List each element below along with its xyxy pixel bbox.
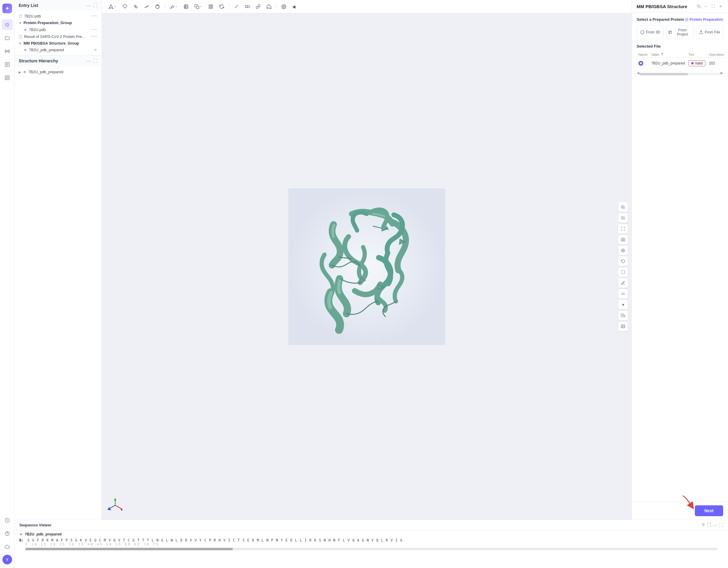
zoom-out-btn[interactable]	[618, 213, 628, 223]
from-file-icon	[699, 30, 703, 34]
toolbar-rotate[interactable]	[153, 3, 162, 10]
svg-line-54	[624, 208, 625, 209]
win-copy[interactable]	[696, 4, 701, 9]
seq-maximize-btn[interactable]: ⛶	[719, 522, 723, 528]
nav-icon-molecule[interactable]	[2, 46, 13, 57]
entry-item-result[interactable]: Result of SARS-CoV-2 Protein Pre... 〜〜	[14, 33, 102, 40]
svg-rect-70	[622, 315, 625, 317]
nav-icon-list[interactable]	[2, 59, 13, 70]
table-scroll-right[interactable]: ▶	[720, 71, 723, 75]
nav-icon-home[interactable]: ⊙	[2, 19, 13, 30]
nav-icon-cloud[interactable]	[2, 541, 13, 552]
center-btn[interactable]	[618, 246, 628, 255]
sub-file-icon	[24, 28, 27, 32]
seq-fit-btn[interactable]	[707, 522, 711, 528]
entry-list-minimize[interactable]: —	[87, 3, 91, 8]
surface-btn[interactable]	[618, 311, 628, 320]
structure-minimize[interactable]: —	[87, 58, 91, 63]
svg-point-72	[622, 325, 623, 326]
svg-marker-85	[661, 53, 663, 55]
svg-rect-37	[184, 5, 188, 8]
entry-item-prepared[interactable]: 7B2U_pdb_prepared 👁	[14, 47, 102, 53]
seq-protein-label: 7B2U_pdb_prepared	[25, 532, 62, 536]
sequence-chain-row: B: S G F R K M A F P S G K V E G C M V Q…	[19, 538, 723, 542]
toolbar-ghost[interactable]	[264, 3, 274, 10]
nav-icon-help[interactable]	[2, 528, 13, 539]
camera-btn[interactable]	[618, 235, 628, 245]
nav-icon-folder[interactable]	[2, 33, 13, 43]
toolbar-collapse[interactable]: ◀	[290, 3, 298, 10]
select-rect-btn[interactable]	[618, 267, 628, 277]
toolbar-line[interactable]	[232, 3, 241, 10]
toolbar-lasso[interactable]	[120, 3, 130, 10]
col-name: Name	[637, 52, 650, 58]
from-3d-label: From 3D	[646, 30, 660, 34]
toolbar-select[interactable]	[106, 3, 119, 10]
entry-list-controls: — ⛶	[87, 3, 97, 8]
svg-point-47	[283, 6, 284, 7]
seq-protein-icon	[19, 532, 23, 536]
entry-list-expand[interactable]: ⛶	[93, 3, 97, 8]
entry-item-prep-group[interactable]: ▼ Protein Preparation_Group	[14, 20, 102, 26]
left-navigation: ✦ ⊙ Y	[0, 0, 14, 568]
win-close[interactable]: ✕	[718, 4, 723, 9]
seq-scrollbar-thumb	[25, 548, 233, 550]
picture-btn[interactable]	[618, 321, 628, 331]
toolbar-settings[interactable]	[279, 3, 289, 10]
toolbar-grid[interactable]	[206, 3, 216, 10]
svg-point-19	[7, 535, 7, 535]
win-maximize[interactable]	[711, 4, 716, 9]
filter-icon	[661, 53, 664, 56]
nav-icon-history[interactable]	[2, 515, 13, 526]
entry-group-label: Protein Preparation_Group	[24, 21, 72, 25]
toolbar-table[interactable]	[181, 3, 191, 10]
clip-btn[interactable]	[618, 289, 628, 298]
protein-prep-icon	[685, 18, 688, 21]
reset-btn[interactable]	[618, 257, 628, 266]
svg-line-46	[235, 5, 238, 8]
zoom-in-btn[interactable]	[618, 202, 628, 212]
left-panel: Entry List — ⛶ 7B2U.pdb 〜〜 ▼	[14, 0, 102, 520]
fit-btn[interactable]	[618, 224, 628, 234]
next-button[interactable]: Next	[695, 505, 723, 516]
toolbar-group[interactable]	[131, 3, 141, 10]
win-minimize[interactable]: —	[703, 4, 709, 9]
toolbar-link[interactable]	[253, 3, 263, 10]
toolbar-measure[interactable]	[142, 3, 151, 10]
protein-prep-link[interactable]: Protein Preparation	[685, 17, 723, 22]
entry-list-title: Entry List	[19, 3, 38, 8]
file-table-row[interactable]: 7B2U_pdb_prepared Valid 202	[637, 58, 728, 69]
from-3d-btn[interactable]: From 3D	[637, 25, 664, 39]
structure-expand[interactable]: ⛶	[93, 58, 97, 63]
from-project-btn[interactable]: From Project	[666, 25, 693, 39]
user-avatar[interactable]: Y	[2, 555, 12, 564]
annotate-btn[interactable]	[618, 278, 628, 288]
entry-item-7b2u-sub[interactable]: 7B2U.pdb 〜〜	[14, 26, 102, 33]
toolbar-label[interactable]	[242, 3, 252, 10]
entry-item-7b2u-pdb[interactable]: 7B2U.pdb 〜〜	[14, 13, 102, 20]
seq-scrollbar[interactable]	[25, 548, 717, 550]
next-btn-area: Next	[632, 501, 728, 520]
radio-selected[interactable]	[638, 61, 643, 66]
table-scroll-left[interactable]: ◀	[637, 71, 639, 75]
clip-expand-btn[interactable]: ▾	[618, 300, 628, 309]
toolbar-sync[interactable]	[217, 3, 226, 10]
svg-point-1	[5, 50, 6, 51]
seq-minimize-btn[interactable]: —	[713, 522, 717, 528]
from-3d-icon	[640, 30, 644, 34]
seq-settings-btn[interactable]	[701, 522, 705, 528]
toolbar-sep-1	[165, 4, 165, 10]
entry-item-mm-group[interactable]: ▼ MM PB/GBSA Structure_Group	[14, 40, 102, 47]
nav-icon-grid[interactable]	[2, 72, 13, 83]
sequence-protein-name: 7B2U_pdb_prepared	[14, 530, 728, 538]
toolbar-copy[interactable]	[192, 3, 205, 10]
entry-eye-icon[interactable]: 👁	[94, 48, 97, 52]
protein-prep-link-text: Protein Preparation	[690, 17, 723, 22]
entry-result-label: Result of SARS-CoV-2 Protein Pre...	[24, 35, 85, 39]
3d-viewer[interactable]: ▾	[102, 13, 631, 520]
expand-arrow: ▼	[19, 21, 22, 25]
from-file-btn[interactable]: From File	[696, 25, 723, 39]
structure-arrow: ▶	[19, 71, 21, 74]
structure-item-prepared[interactable]: ▶ 7B2U_pdb_prepared	[19, 69, 97, 75]
toolbar-draw[interactable]	[167, 3, 180, 10]
